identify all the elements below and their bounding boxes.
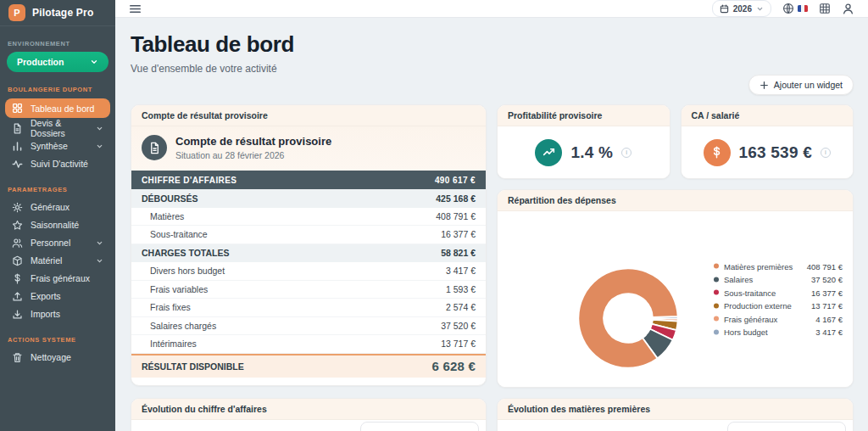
users-icon <box>12 238 23 249</box>
layout-grid-icon <box>12 103 23 114</box>
sidebar: P Pilotage Pro ENVIRONNEMENT Production … <box>0 0 115 431</box>
legend-value: 13 717 € <box>811 301 843 311</box>
card-title: CA / salarié <box>682 105 854 126</box>
sidebar-item-label: Matériel <box>31 255 62 266</box>
legend-dot-icon <box>714 316 719 322</box>
row-label: Frais variables <box>142 284 208 294</box>
sidebar-item-nettoyage[interactable]: Nettoyage <box>5 349 110 366</box>
row-label: RÉSULTAT DISPONIBLE <box>142 361 244 372</box>
sidebar-item-frais-generaux[interactable]: Frais généraux <box>5 270 110 287</box>
ca-salarie-card: CA / salarié 163 539 € i <box>681 104 854 179</box>
legend-item: Hors budget3 417 € <box>714 326 843 339</box>
row-label: Matières <box>142 211 184 221</box>
sidebar-item-materiel[interactable]: Matériel <box>5 252 110 269</box>
sidebar-item-label: Généraux <box>31 202 70 212</box>
compte-subtitle: Situation au 28 février 2026 <box>175 150 331 160</box>
chevron-down-icon <box>90 58 98 66</box>
main-area: 2026 <box>115 0 868 431</box>
sidebar-item-label: Synthèse <box>31 141 68 151</box>
bar-chart-icon <box>12 141 23 152</box>
chevron-down-icon <box>96 257 103 265</box>
app-name: Pilotage Pro <box>32 7 93 19</box>
table-row: CHARGES TOTALES58 821 € <box>131 244 486 263</box>
sidebar-item-synthese[interactable]: Synthèse <box>5 137 110 154</box>
user-profile-icon[interactable] <box>842 3 854 15</box>
row-label: Intérimaires <box>142 339 197 349</box>
table-row: Salaires chargés37 520 € <box>131 317 486 336</box>
sidebar-item-devis-dossiers[interactable]: Devis & Dossiers <box>5 120 110 137</box>
sidebar-item-exports[interactable]: Exports <box>5 288 110 305</box>
info-icon[interactable]: i <box>621 148 632 158</box>
table-row: Sous-traitance16 377 € <box>131 226 486 244</box>
legend-label: Frais généraux <box>724 314 777 323</box>
table-row: DÉBOURSÉS425 168 € <box>131 189 486 208</box>
page-subtitle: Vue d'ensemble de votre activité <box>131 63 294 75</box>
profitabilite-card: Profitabilité provisoire 1.4 % i <box>497 104 670 179</box>
row-value: 6 628 € <box>432 359 476 373</box>
environment-select[interactable]: Production <box>7 52 108 72</box>
globe-icon <box>782 3 794 14</box>
legend-value: 3 417 € <box>815 327 843 337</box>
legend-item: Salaires37 520 € <box>714 273 843 287</box>
company-label: Boulangerie Dupont <box>0 86 115 93</box>
sidebar-item-saisonnalite[interactable]: Saisonnalité <box>5 216 110 233</box>
evolution-matieres-card: Évolution des matières premières <box>497 398 854 431</box>
legend-item: Matières premières408 791 € <box>714 260 843 273</box>
language-selector[interactable] <box>782 3 808 14</box>
info-icon[interactable]: i <box>821 148 831 158</box>
chart-period-selector[interactable] <box>727 422 846 431</box>
sidebar-item-tableau-de-bord[interactable]: Tableau de bord <box>5 98 110 118</box>
row-value: 37 520 € <box>441 321 476 331</box>
row-label: DÉBOURSÉS <box>142 193 198 204</box>
legend-label: Salaires <box>724 275 753 284</box>
download-icon <box>12 309 23 320</box>
row-value: 1 593 € <box>446 284 476 294</box>
sidebar-item-generaux[interactable]: Généraux <box>5 199 110 216</box>
table-row: Matières408 791 € <box>131 208 486 227</box>
row-label: Frais fixes <box>142 302 191 312</box>
dollar-icon <box>12 273 23 284</box>
legend-label: Production externe <box>724 301 792 311</box>
card-title: Profitabilité provisoire <box>498 105 670 126</box>
row-label: Divers hors budget <box>142 266 225 276</box>
table-row: Frais variables1 593 € <box>131 281 486 299</box>
document-icon <box>142 135 167 160</box>
row-value: 3 417 € <box>446 266 476 276</box>
row-value: 58 821 € <box>441 248 476 258</box>
year-selector[interactable]: 2026 <box>712 0 771 17</box>
sidebar-item-suivi-activite[interactable]: Suivi D'activité <box>5 155 110 172</box>
row-value: 13 717 € <box>441 339 476 349</box>
card-title: Répartition des dépenses <box>498 190 853 211</box>
activity-icon <box>12 159 23 170</box>
sidebar-item-label: Suivi D'activité <box>31 159 88 169</box>
legend-item: Frais généraux4 167 € <box>714 312 843 326</box>
french-flag-icon <box>798 5 808 12</box>
row-value: 2 574 € <box>446 302 476 312</box>
file-icon <box>12 123 23 134</box>
sidebar-item-label: Tableau de bord <box>31 104 94 114</box>
table-row: CHIFFRE D'AFFAIRES490 617 € <box>131 171 486 189</box>
hamburger-menu-icon[interactable] <box>129 3 142 15</box>
add-widget-label: Ajouter un widget <box>774 80 843 90</box>
table-row: Intérimaires13 717 € <box>131 335 486 354</box>
compte-title: Compte de résultat provisoire <box>175 135 331 148</box>
row-label: CHIFFRE D'AFFAIRES <box>142 176 236 185</box>
dashboard-content: Tableau de bord Vue d'ensemble de votre … <box>115 18 868 431</box>
legend-value: 4 167 € <box>815 314 843 323</box>
sidebar-item-label: Devis & Dossiers <box>31 118 88 138</box>
row-label: CHARGES TOTALES <box>142 248 229 258</box>
legend-dot-icon <box>714 290 719 295</box>
add-widget-button[interactable]: Ajouter un widget <box>748 75 854 95</box>
sidebar-item-label: Personnel <box>31 238 70 248</box>
chart-period-selector[interactable] <box>360 422 479 431</box>
repartition-card: Répartition des dépenses Matières premiè… <box>497 189 854 388</box>
evolution-ca-card: Évolution du chiffre d'affaires <box>131 398 487 431</box>
apps-grid-icon[interactable] <box>819 3 831 14</box>
chevron-down-icon <box>96 143 103 150</box>
upload-icon <box>12 291 23 302</box>
legend-value: 408 791 € <box>807 261 843 271</box>
table-row: RÉSULTAT DISPONIBLE6 628 € <box>131 354 486 378</box>
sidebar-item-personnel[interactable]: Personnel <box>5 234 110 251</box>
trending-up-icon <box>535 139 562 166</box>
sidebar-item-imports[interactable]: Imports <box>5 305 110 322</box>
